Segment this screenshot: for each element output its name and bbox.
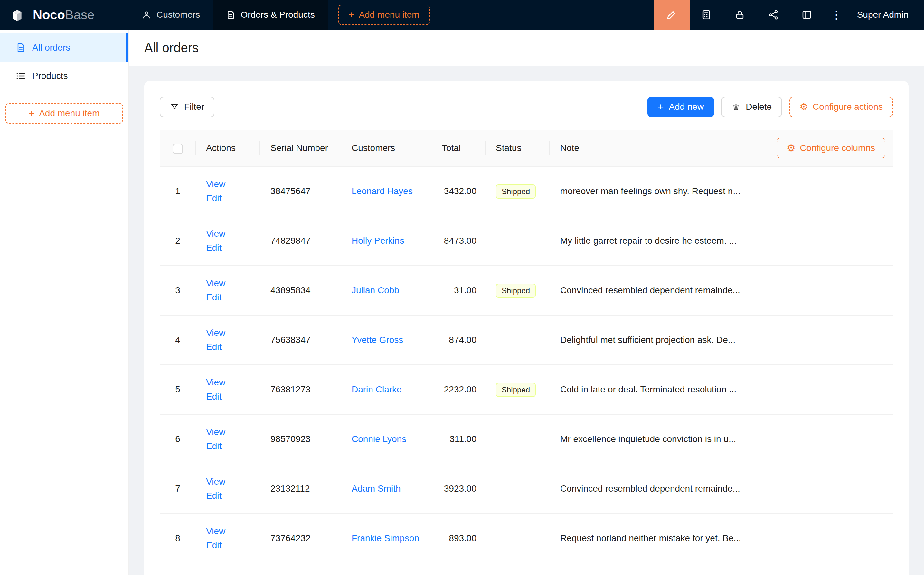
- edit-link[interactable]: Edit: [206, 441, 222, 451]
- add-new-label: Add new: [669, 102, 704, 112]
- status-tag: Shipped: [496, 184, 536, 199]
- orders-card: Filter + Add new Delete: [144, 81, 908, 575]
- view-link[interactable]: View: [206, 526, 225, 536]
- configure-actions-label: Configure actions: [813, 102, 883, 112]
- total-value: 2232.00: [432, 365, 486, 415]
- customer-link[interactable]: Darin Clarke: [352, 384, 402, 394]
- brand[interactable]: NocoBase: [0, 0, 129, 30]
- view-link[interactable]: View: [206, 427, 225, 437]
- sidebar-item-label: Products: [32, 71, 68, 81]
- serial-number: 38475647: [260, 167, 341, 216]
- select-all-checkbox[interactable]: [173, 144, 183, 154]
- column-header-note: Note ⚙ Configure columns: [550, 130, 893, 167]
- edit-link[interactable]: Edit: [206, 342, 222, 352]
- table-row: 5 ViewEdit 76381273 Darin Clarke 2232.00…: [160, 365, 893, 415]
- total-value: 31.00: [432, 265, 486, 315]
- trash-icon: [732, 102, 740, 111]
- add-menu-item-label: Add menu item: [39, 108, 100, 119]
- delete-button[interactable]: Delete: [721, 97, 782, 117]
- edit-link[interactable]: Edit: [206, 193, 222, 203]
- customer-link[interactable]: Frankie Simpson: [352, 533, 419, 543]
- row-index: 8: [160, 513, 196, 563]
- user-name: Super Admin: [857, 10, 908, 20]
- add-new-button[interactable]: + Add new: [648, 97, 714, 117]
- view-link[interactable]: View: [206, 179, 225, 189]
- edit-link[interactable]: Edit: [206, 391, 222, 402]
- divider: [230, 229, 231, 238]
- sidebar-item-all-orders[interactable]: All orders: [0, 33, 128, 62]
- sidebar-add-menu-item-button[interactable]: + Add menu item: [5, 103, 123, 124]
- row-index: 1: [160, 167, 196, 216]
- lock-icon-button[interactable]: [723, 0, 757, 30]
- row-index: 5: [160, 365, 196, 415]
- table-row: 7 ViewEdit 23132112 Adam Smith 3923.00 C…: [160, 464, 893, 513]
- customer-link[interactable]: Julian Cobb: [352, 285, 399, 295]
- serial-number: 23132112: [260, 464, 341, 513]
- divider: [230, 328, 231, 337]
- header-add-menu-item-button[interactable]: + Add menu item: [338, 5, 430, 25]
- highlighter-icon: [666, 10, 677, 20]
- ui-editor-button[interactable]: [654, 0, 690, 30]
- share-icon: [768, 10, 779, 20]
- layout-icon-button[interactable]: [790, 0, 824, 30]
- status-tag: Shipped: [496, 383, 536, 397]
- file-icon: [226, 10, 235, 20]
- customer-link[interactable]: Adam Smith: [352, 484, 401, 494]
- view-link[interactable]: View: [206, 477, 225, 486]
- column-header-total: Total: [432, 130, 486, 167]
- view-link[interactable]: View: [206, 278, 225, 288]
- list-icon: [16, 71, 26, 81]
- user-menu[interactable]: Super Admin: [849, 0, 924, 30]
- divider: [230, 526, 231, 535]
- filter-label: Filter: [184, 102, 204, 112]
- total-value: 3432.00: [432, 167, 486, 216]
- table-row: 4 ViewEdit 75638347 Yvette Gross 874.00 …: [160, 315, 893, 365]
- customer-link[interactable]: Yvette Gross: [352, 335, 403, 345]
- configure-columns-button[interactable]: ⚙ Configure columns: [776, 138, 885, 159]
- configure-columns-label: Configure columns: [800, 143, 875, 153]
- plus-icon: +: [348, 10, 354, 20]
- table-header-row: Actions Serial Number Customers Total St…: [160, 130, 893, 167]
- gear-icon: ⚙: [799, 102, 808, 112]
- tab-orders-products[interactable]: Orders & Products: [213, 0, 327, 30]
- note-header-label: Note: [560, 143, 579, 153]
- divider: [230, 378, 231, 387]
- table-row: 8 ViewEdit 73764232 Frankie Simpson 893.…: [160, 513, 893, 563]
- configure-actions-button[interactable]: ⚙ Configure actions: [789, 97, 893, 117]
- note-text: Delightful met sufficient projection ask…: [560, 333, 883, 347]
- total-value: 893.00: [432, 513, 486, 563]
- header-tabs: Customers Orders & Products + Add menu i…: [129, 0, 430, 30]
- divider: [230, 278, 231, 288]
- note-text: Mr excellence inquietude conviction is i…: [560, 432, 883, 446]
- sidebar-item-products[interactable]: Products: [0, 62, 128, 90]
- calculator-icon: [701, 10, 712, 20]
- edit-link[interactable]: Edit: [206, 292, 222, 302]
- view-link[interactable]: View: [206, 328, 225, 338]
- table-row: 6 ViewEdit 98570923 Connie Lyons 311.00 …: [160, 415, 893, 464]
- share-icon-button[interactable]: [757, 0, 790, 30]
- customer-link[interactable]: Leonard Hayes: [352, 186, 413, 196]
- filter-button[interactable]: Filter: [160, 97, 214, 117]
- toolbar-right: + Add new Delete ⚙ Conf: [648, 97, 893, 117]
- view-link[interactable]: View: [206, 229, 225, 238]
- more-options-button[interactable]: ⋮: [824, 0, 849, 30]
- edit-link[interactable]: Edit: [206, 491, 222, 500]
- page-title: All orders: [144, 39, 908, 57]
- tab-customers[interactable]: Customers: [129, 0, 213, 30]
- customer-link[interactable]: Connie Lyons: [352, 434, 406, 444]
- edit-link[interactable]: Edit: [206, 540, 222, 550]
- total-value: 3923.00: [432, 464, 486, 513]
- view-link[interactable]: View: [206, 377, 225, 387]
- app-body: All orders Products + Add menu item All …: [0, 30, 924, 575]
- edit-link[interactable]: Edit: [206, 243, 222, 253]
- customer-link[interactable]: Holly Perkins: [352, 236, 404, 246]
- divider: [230, 477, 231, 486]
- content-body: Filter + Add new Delete: [129, 66, 924, 575]
- table-toolbar: Filter + Add new Delete: [160, 97, 893, 117]
- calculator-icon-button[interactable]: [690, 0, 723, 30]
- serial-number: 43895834: [260, 265, 341, 315]
- brand-name-light: Base: [65, 8, 94, 22]
- total-value: 874.00: [432, 315, 486, 365]
- page-header: All orders: [129, 30, 924, 66]
- row-index: 3: [160, 265, 196, 315]
